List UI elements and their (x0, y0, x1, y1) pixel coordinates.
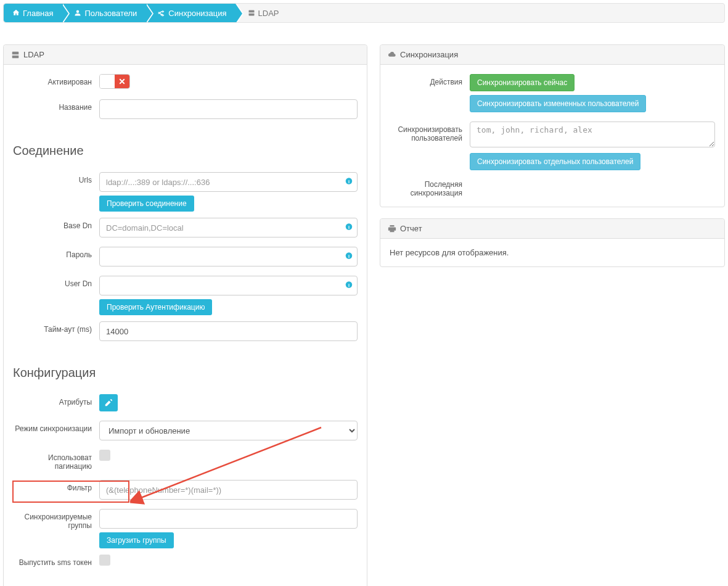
ldap-panel: LDAP Активирован Название (3, 44, 367, 586)
actions-label: Действия (390, 74, 470, 86)
sync-selected-button[interactable]: Синхронизировать отдельных пользователей (470, 153, 640, 170)
last-sync-label: Последняя синхронизация (390, 176, 470, 197)
sync-mode-label: Режим синхронизации (13, 421, 99, 433)
svg-text:i: i (348, 254, 350, 259)
report-panel-title: Отчет (400, 224, 422, 233)
filter-label: Фильтр (13, 480, 99, 492)
info-icon[interactable]: i (345, 281, 353, 291)
crumb-users-label: Пользователи (84, 9, 137, 18)
user-dn-input[interactable] (99, 276, 358, 295)
issue-sms-label: Выпустить sms токен (13, 555, 99, 567)
shuffle-icon (158, 9, 165, 17)
base-dn-input[interactable] (99, 218, 358, 237)
info-icon[interactable]: i (345, 252, 353, 262)
timeout-input[interactable] (99, 321, 358, 341)
filter-input[interactable] (99, 480, 358, 500)
sync-now-button[interactable]: Синхронизировать сейчас (470, 74, 575, 91)
password-input[interactable] (99, 247, 358, 266)
crumb-sync-label: Синхронизация (168, 9, 226, 18)
connection-heading: Соединение (4, 144, 367, 158)
base-dn-label: Base Dn (13, 218, 99, 230)
svg-text:i: i (348, 283, 350, 288)
home-icon (12, 9, 20, 17)
pagination-checkbox[interactable] (99, 450, 110, 461)
sync-panel-title: Синхронизация (400, 50, 458, 59)
sync-mode-select[interactable]: Импорт и обновление (99, 421, 358, 440)
attributes-label: Атрибуты (13, 394, 99, 406)
check-auth-button[interactable]: Проверить Аутентификацию (99, 299, 212, 315)
print-icon (388, 225, 396, 233)
sync-users-textarea[interactable] (470, 122, 715, 147)
edit-icon (104, 398, 113, 407)
name-input[interactable] (99, 99, 358, 119)
name-label: Название (13, 99, 99, 112)
timeout-label: Тайм-аут (ms) (13, 321, 99, 334)
urls-label: Urls (13, 172, 99, 184)
sync-panel: Синхронизация Действия Синхронизировать … (380, 44, 725, 207)
crumb-home[interactable]: Главная (4, 4, 62, 22)
report-panel: Отчет Нет ресурсов для отображения. (380, 218, 725, 267)
sync-changed-button[interactable]: Синхронизировать измененных пользователе… (470, 95, 646, 112)
edit-attributes-button[interactable] (99, 394, 118, 411)
info-icon[interactable]: i (345, 223, 353, 233)
breadcrumb: Главная Пользователи Синхронизация LDAP (3, 3, 725, 23)
crumb-home-label: Главная (23, 9, 53, 18)
issue-sms-checkbox[interactable] (99, 555, 110, 566)
cloud-icon (388, 51, 396, 59)
crumb-users[interactable]: Пользователи (62, 4, 145, 22)
pagination-label: Использоват пагинацию (13, 450, 99, 471)
info-icon[interactable]: i (345, 178, 353, 187)
load-groups-button[interactable]: Загрузить группы (99, 532, 174, 548)
crumb-sync[interactable]: Синхронизация (145, 4, 235, 22)
user-icon (74, 9, 81, 17)
close-icon (115, 75, 129, 88)
svg-text:i: i (348, 225, 350, 230)
disk-icon (248, 9, 255, 17)
sync-groups-label: Синхронизируемые группы (13, 509, 99, 530)
activated-toggle[interactable] (99, 74, 130, 89)
user-dn-label: User Dn (13, 276, 99, 288)
disk-icon (11, 51, 20, 59)
no-resources-text: Нет ресурсов для отображения. (390, 248, 509, 257)
password-label: Пароль (13, 247, 99, 259)
urls-input[interactable] (99, 172, 358, 192)
activated-label: Активирован (13, 74, 99, 86)
ldap-panel-title: LDAP (23, 50, 44, 59)
crumb-ldap-label: LDAP (258, 9, 279, 18)
svg-text:i: i (348, 179, 350, 184)
sync-groups-input[interactable] (99, 509, 358, 529)
config-heading: Конфигурация (4, 366, 367, 380)
sync-users-label: Синхронизировать пользователей (390, 122, 470, 142)
check-connection-button[interactable]: Проверить соединение (99, 196, 194, 212)
